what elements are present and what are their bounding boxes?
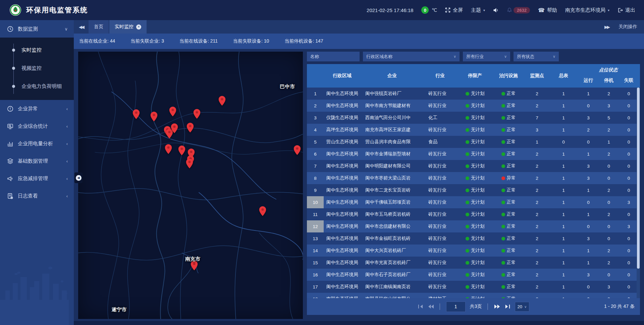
map-collapse-button[interactable]: ◀ (74, 172, 83, 183)
name-search-input[interactable] (307, 52, 360, 61)
map[interactable]: 巴中市南充市遂宁市 (78, 52, 303, 319)
map-pin[interactable] (150, 112, 157, 123)
close-tab-icon[interactable]: ✕ (136, 24, 141, 30)
table-row[interactable]: 6阆中生态环境局阆中市金博瑞新型墙材砖瓦行业无计划正常21120 (307, 148, 640, 160)
page-number-input[interactable] (446, 302, 466, 312)
sidebar-item-日志查看[interactable]: 日志查看‹ (0, 187, 74, 205)
map-pin[interactable] (132, 109, 140, 120)
cell-total-meters: 1 (550, 208, 577, 220)
table-row[interactable]: 15阆中生态环境局阆中市光富页岩机砖厂砖瓦行业无计划正常21120 (307, 257, 640, 269)
table-row[interactable]: 11阆中生态环境局阆中市五马桥页岩机砖砖瓦行业无计划正常21120 (307, 208, 640, 220)
map-pin[interactable] (165, 144, 172, 155)
table-row[interactable]: 10阆中生态环境局阆中千佛镇五郎垭页岩砖瓦行业无计划正常21003 (307, 196, 640, 208)
logout-button[interactable]: 退出 (618, 7, 635, 13)
cell-running: 0 (577, 136, 600, 148)
region-select[interactable]: 行政区域名称 ∨ (363, 52, 460, 61)
last-page-icon (505, 304, 511, 309)
scrollbar-thumb[interactable] (637, 88, 640, 269)
stat-item: 当前失联企业: 3 (130, 38, 164, 44)
table-row[interactable]: 1阆中生态环境局阆中强锐页岩砖厂砖瓦行业无计划正常21120 (307, 88, 640, 100)
sidebar-item-企业异常[interactable]: 企业异常‹ (0, 100, 74, 117)
tab-bar: ◀◀ 首页实时监控✕ ▶▶ 关闭操作 (74, 20, 644, 34)
cell-running: 1 (577, 184, 600, 196)
industry-select[interactable]: 所有行业 ∨ (463, 52, 510, 61)
map-pin[interactable] (218, 96, 225, 107)
chevron-down-icon: ∨ (553, 54, 555, 59)
map-pin[interactable] (191, 261, 198, 272)
table-row[interactable]: 5营山生态环境局营山县润丰肉食品有限食品无计划正常10010 (307, 136, 640, 148)
map-pin[interactable] (178, 146, 185, 157)
status-dot-red (501, 176, 505, 180)
map-pin[interactable] (294, 145, 301, 156)
cell-index: 7 (307, 160, 324, 172)
cell-industry: 食品 (424, 136, 457, 148)
theme-dropdown[interactable]: 主题 ▾ (471, 7, 485, 13)
prev-page-button[interactable] (428, 304, 434, 309)
table-row[interactable]: 3仪陇生态环境局西南油气田分公司川中化工无计划正常71350 (307, 112, 640, 124)
map-pin[interactable] (186, 159, 193, 170)
table-row[interactable]: 7阆中生态环境局阆中明阳建材有限公司砖瓦行业无计划正常21300 (307, 160, 640, 172)
sidebar-item-label: 企业综合统计 (18, 123, 48, 129)
cell-facility-status: 正常 (493, 136, 524, 148)
cell-company: 阆中明阳建材有限公司 (361, 160, 424, 172)
map-pin[interactable] (187, 123, 194, 134)
table-row[interactable]: 16阆中生态环境局阆中市石子页岩机砖厂砖瓦行业无计划正常21300 (307, 269, 640, 281)
table-scrollbar[interactable] (637, 88, 640, 298)
table-row[interactable]: 4高坪生态环境局南充市高坪区王家店建砖瓦行业无计划正常31220 (307, 124, 640, 136)
cell-monitor-points: 2 (524, 257, 550, 269)
cell-plan-status: 无计划 (457, 172, 493, 184)
sidebar-item-label: 应急减排管理 (18, 175, 48, 182)
cell-industry: 砖瓦行业 (424, 269, 457, 281)
table-row[interactable]: 8阆中生态环境局阆中市枣碧大梁山页岩砖瓦行业无计划异常21300 (307, 172, 640, 184)
sidebar-item-企业用电量分析[interactable]: 企业用电量分析‹ (0, 135, 74, 152)
close-operations-button[interactable]: 关闭操作 (619, 24, 637, 30)
sidebar-item-应急减排管理[interactable]: 应急减排管理‹ (0, 170, 74, 187)
sidebar-item-企业综合统计[interactable]: 企业综合统计‹ (0, 117, 74, 135)
fullscreen-button[interactable]: 全屏 (445, 7, 463, 13)
cell-industry: 砖瓦行业 (424, 148, 457, 160)
map-city-label-遂宁市: 遂宁市 (111, 307, 126, 313)
map-pin[interactable] (259, 206, 266, 217)
table-row[interactable]: 17阆中生态环境局阆中市江南镇阆南页岩砖瓦行业无计划正常21030 (307, 281, 640, 293)
status-dot-green (501, 104, 505, 108)
cell-facility-status: 正常 (493, 269, 524, 281)
first-page-button[interactable] (418, 304, 423, 309)
help-button[interactable]: ☎ 帮助 (538, 7, 557, 13)
tab-实时监控[interactable]: 实时监控✕ (109, 20, 147, 34)
sidebar-subitem-企业电力负荷明细[interactable]: 企业电力负荷明细 (0, 77, 74, 95)
sidebar-subitem-实时监控[interactable]: 实时监控 (0, 41, 74, 59)
cell-plan-status: 无计划 (457, 196, 493, 208)
scroll-tabs-right-icon[interactable]: ▶▶ (604, 24, 609, 30)
status-select[interactable]: 所有状态 ∨ (514, 52, 559, 61)
sidebar-item-基础数据管理[interactable]: 基础数据管理‹ (0, 152, 74, 170)
sidebar-subitem-视频监控[interactable]: 视频监控 (0, 59, 74, 77)
table-row[interactable]: 9阆中生态环境局阆中市二龙长宝页岩砖砖瓦行业无计划正常21120 (307, 184, 640, 196)
column-header-行业: 行业 (424, 64, 457, 88)
chevron-down-icon: ∨ (64, 26, 68, 32)
speaker-icon[interactable] (493, 8, 499, 13)
cell-stopped: 2 (600, 184, 618, 196)
table-row[interactable]: 13阆中生态环境局阆中市金福旺页岩机砖砖瓦行业无计划正常21300 (307, 232, 640, 245)
tab-首页[interactable]: 首页 (89, 20, 109, 34)
column-header-总表: 总表 (550, 64, 577, 88)
map-pin[interactable] (193, 109, 200, 120)
next-page-button[interactable] (494, 304, 500, 309)
scroll-tabs-left-icon[interactable]: ◀◀ (74, 24, 89, 30)
cell-running: 2 (577, 124, 600, 136)
page-size-select[interactable]: 20 ∨ (515, 302, 530, 312)
table-row[interactable]: 14阆中生态环境局阆中大兴页岩机砖厂砖瓦行业无计划正常21120 (307, 245, 640, 257)
last-page-button[interactable] (505, 304, 511, 309)
table-row[interactable]: 12阆中生态环境局阆中市忠信建材有限公砖瓦行业无计划正常21003 (307, 220, 640, 232)
notifications[interactable]: 2632 (507, 7, 530, 13)
table-row[interactable]: 18南部生态环境局南部县瑞华山河有限公建材加工无计划正常21030 (307, 293, 640, 298)
org-dropdown[interactable]: 南充市生态环境局 ▾ (565, 7, 609, 13)
cell-stopped: 2 (600, 88, 618, 100)
map-pin[interactable] (171, 123, 178, 134)
table-row[interactable]: 2阆中生态环境局阆中市南方节能建材有砖瓦行业无计划正常21030 (307, 100, 640, 112)
sidebar-item-label: 企业异常 (18, 106, 38, 112)
content: 巴中市南充市遂宁市 ◀ 行政区域名称 ∨ 所有行业 ∨ (74, 49, 644, 325)
cell-running: 3 (577, 232, 600, 245)
sidebar-item-数据监测[interactable]: 数据监测∨ (0, 20, 74, 38)
stat-item: 当前停机设备: 147 (284, 38, 323, 44)
map-pin[interactable] (169, 107, 176, 118)
